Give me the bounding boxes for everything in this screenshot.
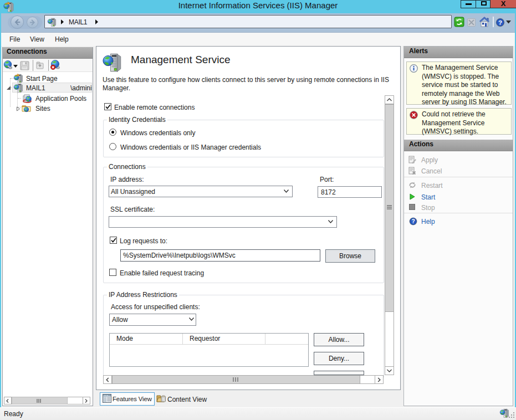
svg-text:?: ? <box>498 19 502 26</box>
svg-text:?: ? <box>411 218 415 224</box>
